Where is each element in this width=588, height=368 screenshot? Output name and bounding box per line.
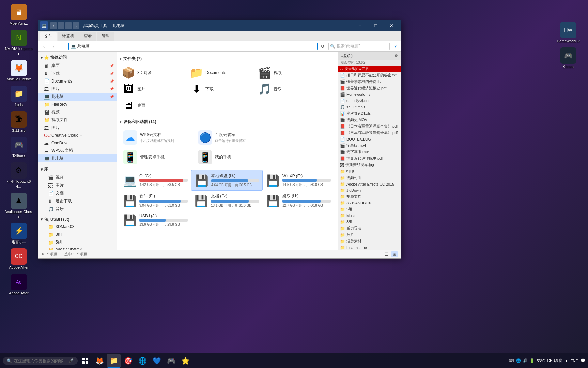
desktop-icon-xurizp[interactable]: 🗜 旭日.zip [3,110,34,134]
security-warning[interactable]: 🛡 安全防护未开启 [338,66,401,72]
drive-c[interactable]: 💻 C: (C:) 4.42 GB 可用，共 53.5 GB [120,170,191,191]
folder-download[interactable]: ⬇ 下载 [188,81,256,97]
rpf-12[interactable]: 🎬 字幕版.mp4 [338,142,401,149]
sidebar-item-documents[interactable]: 📄 Documents 📌 [38,77,117,85]
forward-button[interactable]: › [49,42,58,50]
sidebar-item-desktop[interactable]: 🖥 桌面 📌 [38,62,117,70]
rpf-26[interactable]: 📁 照片 [338,232,401,238]
folder-music[interactable]: 🎵 音乐 [256,81,324,97]
sidebar-item-onedrive[interactable]: ☁ OneDrive [38,139,117,147]
gear-icon[interactable]: ⚙ [394,54,398,58]
quick-access-header[interactable]: ▾ ⭐ 快速访问 [38,53,117,62]
desktop-icon-firefox[interactable]: 🦊 Mozilla Firefox [3,59,34,83]
desktop-icon-telltans[interactable]: 🎮 Telltans [3,135,34,160]
sidebar-usbh-5group[interactable]: 📁 5组 [38,238,117,246]
tab-file[interactable]: 文件 [40,32,57,41]
quick-btn-2[interactable]: □ [58,22,64,29]
rpf-23[interactable]: 📁 Music [338,212,401,219]
desktop-icon-mbeiyuni[interactable]: 🖥 MbeiYuni... [3,3,34,27]
desktop-icon-1pds[interactable]: 📁 1pds [3,84,34,108]
rpf-18[interactable]: 📁 Adobe After Effects CC 2015 [338,181,401,187]
rpf-19[interactable]: 📁 JiuDown [338,187,401,193]
rpf-2[interactable]: 🎬 怪善学尔根的传说.flv [338,78,401,85]
rpf-8[interactable]: 🎬 视频史.MOV [338,117,401,123]
sidebar-item-filerecv[interactable]: 📁 FileRecv [38,101,117,108]
rpf-14[interactable]: 📕 世界近代巡洋舰史.pdf [338,155,401,162]
rpf-1[interactable]: 📄 拒日和罗思不能公开的秘密.txt [338,72,401,78]
up-button[interactable]: ↑ [59,42,67,50]
desktop-icon-cpuz[interactable]: ⚙ 小小小cpuz x64... [3,161,34,190]
sidebar-lib-doc[interactable]: 📄 文档 [38,189,117,197]
cloud-wps[interactable]: ☁ WPS云文档 手机文档也可在这找到 [120,128,195,147]
tb-unknown3[interactable]: 💙 [150,354,164,368]
quick-btn-4[interactable]: → [73,22,79,29]
notification-icon[interactable]: 💬 [581,358,585,363]
taskbar-search-input[interactable] [14,358,66,363]
rpf-15[interactable]: 🖼 佛斯麦战视界.jpg [338,162,401,168]
task-view-btn[interactable] [79,355,91,367]
folder-documents[interactable]: 📁 Documents [188,64,256,81]
sidebar-item-video[interactable]: 🎬 视频 [38,108,117,116]
quick-btn-3[interactable]: − [65,22,72,29]
drive-h[interactable]: 💾 娱乐 (H:) 12.7 GB 可用，共 60.8 GB [263,191,334,211]
maximize-button[interactable]: □ [368,20,384,31]
sidebar-lib-pic[interactable]: 🖼 图片 [38,181,117,189]
sidebar-lib-music[interactable]: 🎵 音乐 [38,205,117,213]
drive-g[interactable]: 💾 文档 (G:) 13.1 GB 可用，共 61.0 GB [191,191,263,211]
sidebar-usbh-3group[interactable]: 📁 3组 [38,231,117,238]
back-button[interactable]: ‹ [40,42,48,50]
sidebar-item-videofiles[interactable]: 📁 视频文件 [38,116,117,124]
tb-explorer[interactable]: 📁 [107,354,121,368]
drive-d[interactable]: 💾 本地磁盘 (D:) 4.64 GB 可用，共 20.5 GB [191,170,263,191]
close-button[interactable]: ✕ [384,20,399,31]
usbh-header[interactable]: ▾ 🔌 USBH (J:) [38,216,117,223]
rpf-27[interactable]: 📁 混剪素材 [338,238,401,245]
tab-manage[interactable]: 管理 [97,32,114,41]
grid-view-btn[interactable]: ⊞ [391,251,398,257]
sidebar-usbh-360sandbox[interactable]: 📁 360SANDBOX [38,246,117,250]
sidebar-item-thispc[interactable]: 💻 此电脑 📌 [38,93,117,101]
sidebar-item-photos[interactable]: 🖼 图片 [38,124,117,132]
minimize-button[interactable]: − [352,20,368,31]
search-box[interactable]: 🔍 搜索"此电脑" [328,43,390,50]
rpf-25[interactable]: 📁 威力导演 [338,225,401,232]
cloud-baidu[interactable]: 🔵 百度云管家 双击运行百度云管家 [195,128,269,147]
tb-unknown4[interactable]: ⭐ [179,354,192,368]
sidebar-lib-download[interactable]: ⬇ 迅雷下载 [38,197,117,205]
refresh-button[interactable]: ⟳ [319,42,327,50]
quick-btn-1[interactable]: ↑ [50,22,57,29]
desktop-icon-nvidia[interactable]: N NVIDIA Inspector [3,28,34,57]
rpf-20[interactable]: 📁 视频文档 [338,193,401,200]
sidebar-lib-video[interactable]: 🎬 视频 [38,174,117,181]
rpf-3[interactable]: 📕 世界近代经济汇极史.pdf [338,85,401,91]
help-button[interactable]: ? [391,42,399,50]
rpf-13[interactable]: 🎬 无字幕版.mp4 [338,149,401,155]
rpf-21[interactable]: 📁 360SANDBOX [338,200,401,206]
rpf-22[interactable]: 📁 5组 [338,206,401,212]
rpf-5[interactable]: 📄 shout歌词.doc [338,98,401,104]
folder-desktop[interactable]: 🖥 桌面 [120,97,188,114]
address-path[interactable]: 💻 此电脑 [68,43,318,50]
rpf-7[interactable]: 📊 座次券9.24.xls [338,110,401,117]
rpf-6[interactable]: 🎵 shOut.mp3 [338,104,401,110]
drive-e[interactable]: 💾 WinXP (E:) 14.5 GB 可用，共 50.0 GB [263,170,334,191]
drive-j[interactable]: 💾 USBJ (J:) 13.6 GB 可用，共 29.8 GB [120,211,191,230]
tb-steam[interactable]: 🎮 [164,354,178,368]
desktop-icon-homeworld[interactable]: HW Homeworld Iv [551,20,585,45]
rpf-9[interactable]: 📕 《日本海军重巡洋舰全集》.pdf [338,123,401,130]
rpf-11[interactable]: 📄 BOOTEX.LOG [338,136,401,142]
sidebar-item-pictures[interactable]: 🖼 图片 📌 [38,85,117,93]
rpf-24[interactable]: 📁 3组 [338,219,401,225]
list-view-btn[interactable]: ☰ [383,251,390,257]
folder-pictures[interactable]: 🖼 图片 [120,81,188,97]
sidebar-item-creative[interactable]: CC Creative Cloud F [38,132,117,139]
rpf-16[interactable]: 📁 打印 [338,168,401,175]
library-header[interactable]: ▾ 库 [38,165,117,174]
desktop-icon-adobe-after[interactable]: Ae Adobe After [3,273,34,297]
folder-3d[interactable]: 📦 3D 对象 [120,64,188,81]
desktop-icon-steam-right[interactable]: 🎮 Steam [551,46,585,70]
drive-f[interactable]: 💾 软件 (F:) 9.04 GB 可用，共 61.0 GB [120,191,191,211]
tab-computer[interactable]: 计算机 [58,32,79,41]
sidebar-usbh-3dmark03[interactable]: 📁 3DMark03 [38,223,117,231]
sidebar-item-thispc2[interactable]: 💻 此电脑 [38,154,117,162]
